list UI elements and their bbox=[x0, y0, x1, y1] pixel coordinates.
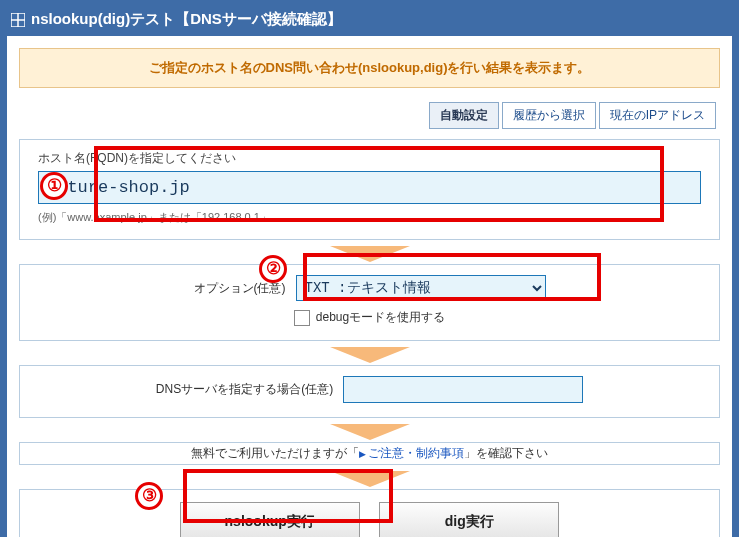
page-header: nslookup(dig)テスト【DNSサーバ接続確認】 bbox=[7, 7, 732, 36]
svg-marker-4 bbox=[330, 347, 410, 363]
notice-link[interactable]: ご注意・制約事項 bbox=[359, 446, 464, 460]
svg-marker-6 bbox=[330, 471, 410, 487]
info-banner: ご指定のホスト名のDNS問い合わせ(nslookup,dig)を行い結果を表示ま… bbox=[19, 48, 720, 88]
debug-label: debugモードを使用する bbox=[316, 309, 445, 326]
hostname-hint: (例)「www.example.jp」または「192.168.0.1」 bbox=[38, 210, 701, 225]
arrow-down-icon bbox=[19, 471, 720, 487]
dns-server-label: DNSサーバを指定する場合(任意) bbox=[156, 381, 333, 398]
hostname-label: ホスト名(FQDN)を指定してください bbox=[38, 150, 701, 167]
nslookup-button[interactable]: nslookup実行 bbox=[180, 502, 360, 537]
tab-current-ip[interactable]: 現在のIPアドレス bbox=[599, 102, 716, 129]
hostname-input[interactable] bbox=[38, 171, 701, 204]
notice-suffix: 」を確認下さい bbox=[464, 446, 548, 460]
arrow-down-icon bbox=[19, 347, 720, 363]
page-title: nslookup(dig)テスト【DNSサーバ接続確認】 bbox=[31, 10, 342, 29]
buttons-section: nslookup実行 dig実行 bbox=[19, 489, 720, 537]
dns-server-input[interactable] bbox=[343, 376, 583, 403]
debug-checkbox[interactable] bbox=[294, 310, 310, 326]
svg-marker-3 bbox=[330, 246, 410, 262]
tabs-row: 自動設定 履歴から選択 現在のIPアドレス bbox=[23, 102, 716, 129]
dig-button[interactable]: dig実行 bbox=[379, 502, 559, 537]
tab-history[interactable]: 履歴から選択 bbox=[502, 102, 596, 129]
tab-auto[interactable]: 自動設定 bbox=[429, 102, 499, 129]
arrow-down-icon bbox=[19, 424, 720, 440]
svg-marker-5 bbox=[330, 424, 410, 440]
notice-prefix: 無料でご利用いただけますが「 bbox=[191, 446, 359, 460]
grid-icon bbox=[11, 13, 25, 27]
record-type-select[interactable]: TXT :テキスト情報 bbox=[296, 275, 546, 301]
notice-section: 無料でご利用いただけますが「ご注意・制約事項」を確認下さい bbox=[19, 442, 720, 465]
option-section: オプション(任意) TXT :テキスト情報 debugモードを使用する bbox=[19, 264, 720, 341]
option-label: オプション(任意) bbox=[194, 280, 286, 297]
hostname-section: ホスト名(FQDN)を指定してください (例)「www.example.jp」ま… bbox=[19, 139, 720, 240]
arrow-down-icon bbox=[19, 246, 720, 262]
dns-server-section: DNSサーバを指定する場合(任意) bbox=[19, 365, 720, 418]
